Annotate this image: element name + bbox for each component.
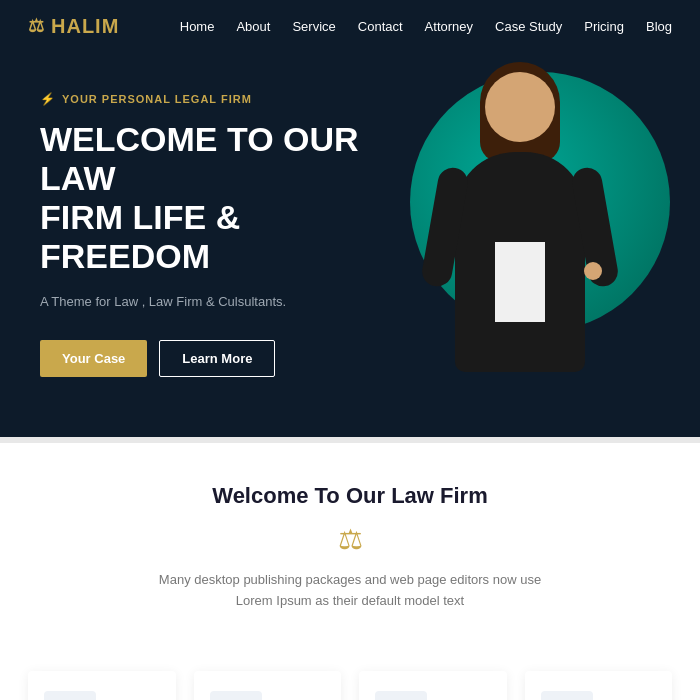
- logo-icon: ⚖: [28, 15, 45, 37]
- service-card-2: ▲Theft LawsLorem ipsum dolor sit amet el…: [359, 671, 507, 700]
- nav-links: HomeAboutServiceContactAttorneyCase Stud…: [180, 17, 672, 35]
- hero-title: WELCOME TO OUR LAW FIRM LIFE & FREEDOM: [40, 120, 400, 276]
- logo[interactable]: ⚖ HALIM: [28, 15, 119, 38]
- learn-more-button[interactable]: Learn More: [159, 340, 275, 377]
- person-thumb: [584, 262, 602, 280]
- hero-tagline: YOUR PERSONAL LEGAL FIRM: [40, 92, 400, 106]
- person-body: [455, 152, 585, 372]
- nav-item-case-study: Case Study: [495, 17, 562, 35]
- nav-link-home[interactable]: Home: [180, 19, 215, 34]
- nav-item-attorney: Attorney: [425, 17, 473, 35]
- cards-section: 👤Criminal LawsLorem ipsum dolor sit amet…: [0, 661, 700, 700]
- hero-buttons: Your Case Learn More: [40, 340, 400, 377]
- nav-item-contact: Contact: [358, 17, 403, 35]
- scales-icon: ⚖: [20, 523, 680, 556]
- welcome-section: Welcome To Our Law Firm ⚖ Many desktop p…: [0, 443, 700, 662]
- cards-grid: 👤Criminal LawsLorem ipsum dolor sit amet…: [28, 671, 672, 700]
- nav-item-home: Home: [180, 17, 215, 35]
- hero-person-image: [380, 52, 660, 412]
- nav-item-pricing: Pricing: [584, 17, 624, 35]
- welcome-description: Many desktop publishing packages and web…: [150, 570, 550, 612]
- service-card-0: 👤Criminal LawsLorem ipsum dolor sit amet…: [28, 671, 176, 700]
- person-shirt: [495, 242, 545, 322]
- nav-link-contact[interactable]: Contact: [358, 19, 403, 34]
- nav-item-service: Service: [292, 17, 335, 35]
- hero-subtitle: A Theme for Law , Law Firm & Culsultants…: [40, 292, 400, 312]
- logo-text: HALIM: [51, 15, 119, 38]
- nav-link-service[interactable]: Service: [292, 19, 335, 34]
- hero-section: YOUR PERSONAL LEGAL FIRM WELCOME TO OUR …: [0, 52, 700, 437]
- nav-link-pricing[interactable]: Pricing: [584, 19, 624, 34]
- welcome-heading: Welcome To Our Law Firm: [20, 483, 680, 509]
- hero-content: YOUR PERSONAL LEGAL FIRM WELCOME TO OUR …: [40, 92, 400, 377]
- nav-item-blog: Blog: [646, 17, 672, 35]
- nav-item-about: About: [236, 17, 270, 35]
- person-shape: [420, 72, 620, 412]
- navbar: ⚖ HALIM HomeAboutServiceContactAttorneyC…: [0, 0, 700, 52]
- service-card-3: 🏠Real estate LawsLorem ipsum dolor sit a…: [525, 671, 673, 700]
- your-case-button[interactable]: Your Case: [40, 340, 147, 377]
- nav-link-blog[interactable]: Blog: [646, 19, 672, 34]
- card-icon-box-0: 👤: [44, 691, 96, 700]
- card-icon-box-2: ▲: [375, 691, 427, 700]
- service-card-1: ⚒All Patent lawsLorem ipsum dolor sit am…: [194, 671, 342, 700]
- card-icon-box-1: ⚒: [210, 691, 262, 700]
- person-head: [485, 72, 555, 142]
- nav-link-attorney[interactable]: Attorney: [425, 19, 473, 34]
- card-icon-box-3: 🏠: [541, 691, 593, 700]
- nav-link-about[interactable]: About: [236, 19, 270, 34]
- nav-link-case-study[interactable]: Case Study: [495, 19, 562, 34]
